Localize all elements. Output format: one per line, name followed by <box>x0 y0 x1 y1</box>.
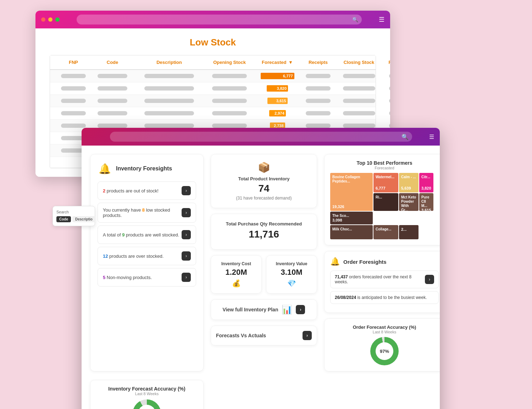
order-foresight-item-1[interactable]: 71,437 orders forecasted over the next 8… <box>330 271 439 288</box>
forecasts-label: Forecasts Vs Actuals <box>216 333 266 338</box>
col-opening-stock[interactable]: Opening Stock <box>205 60 254 65</box>
menu-icon-back[interactable]: ☰ <box>379 16 384 23</box>
order-forecast-accuracy-card: Order Forecast Accuracy (%) Last 8 Weeks… <box>324 318 440 371</box>
value-value: 3.10M <box>272 268 311 277</box>
treemap-label-1: Bovine Collagen Peptides... <box>332 175 371 184</box>
foresight-text-4: 12 products are over stocked. <box>103 253 164 259</box>
cost-value: 1.20M <box>217 268 256 277</box>
foresight-item-non-moving[interactable]: 5 Non-moving products. › <box>98 268 196 287</box>
col-receipts[interactable]: Receipts <box>300 60 336 65</box>
col-closing-stock[interactable]: Closing Stock <box>336 60 382 65</box>
window-front: 🔍 ☰ 🔔 Inventory Foresights 2 products ar… <box>82 128 440 409</box>
tag-code[interactable]: Code <box>56 216 71 222</box>
foresight-item-low-stock[interactable]: You currently have 8 low stocked product… <box>98 203 196 223</box>
treemap-cell-bovine: Bovine Collagen Peptides... 19,326 <box>330 173 373 211</box>
foresight-num-5: 5 <box>103 275 105 280</box>
forecast-accuracy-title: Inventory Forecast Accuracy (%) <box>96 386 198 392</box>
foresight-item-over-stocked[interactable]: 12 products are over stocked. › <box>98 247 196 265</box>
purchase-label: Total Purchase Qty Recommended <box>218 221 310 227</box>
treemap-value-4: 3,820 <box>421 186 431 190</box>
treemap-cell-calm: Calm - ... 5,639 <box>399 173 419 192</box>
dot-red[interactable] <box>41 17 45 22</box>
order-accuracy-title: Order Forecast Accuracy (%) <box>330 325 439 330</box>
col-forecasted[interactable]: Forecasted ▼ <box>254 60 300 65</box>
value-icon: 💎 <box>272 279 311 288</box>
bell-icon: 🔔 <box>99 163 111 175</box>
foresight-text-5: 5 Non-moving products. <box>103 275 152 280</box>
inventory-forecast-accuracy-card: Inventory Forecast Accuracy (%) Last 8 W… <box>90 380 204 409</box>
treemap-label-5: Mct Keto Powder With Gr... <box>401 195 416 211</box>
order-foresights-title: Order Foresights <box>343 259 387 265</box>
purchase-value: 11,716 <box>218 229 310 240</box>
search-sidebar: Search Code Descriptio <box>52 206 95 226</box>
table-row: 3,615 <box>50 95 376 107</box>
forecast-accuracy-sub: Last 8 Weeks <box>96 392 198 396</box>
foresight-text-2: You currently have 8 low stocked product… <box>103 207 182 218</box>
treemap-cell-extra: 2... <box>399 225 419 239</box>
treemap-cell-collage: Collage... <box>373 225 398 239</box>
treemap-label-9: Milk Choc... <box>332 227 371 231</box>
inventory-cost-card: Inventory Cost 1.20M 💰 <box>211 255 262 294</box>
bottom-row: Inventory Forecast Accuracy (%) Last 8 W… <box>82 380 440 409</box>
table-row: 3,820 <box>50 82 376 95</box>
treemap-cell-watermel: Watermel... 6,777 <box>373 173 398 192</box>
treemap-cell-mct: Mct Keto Powder With Gr... 10,787 <box>399 193 419 211</box>
treemap-cell-ri: Ri... <box>373 193 398 211</box>
order-donut-value: 97% <box>380 349 389 354</box>
cost-label: Inventory Cost <box>217 261 256 266</box>
dot-yellow[interactable] <box>48 17 52 22</box>
col-description[interactable]: Description <box>134 60 205 65</box>
table-row: 2,974 <box>50 107 376 120</box>
col-code[interactable]: Code <box>91 60 134 65</box>
treemap-cell-citr: Citr... 3,820 <box>419 173 433 192</box>
treemap-cell-milkchoc: Milk Choc... <box>330 225 373 239</box>
inventory-value-card: Inventory Value 3.10M 💎 <box>266 255 317 294</box>
foresight-item-out-of-stock[interactable]: 2 products are out of stock! › <box>98 181 196 200</box>
treemap-value-1: 19,326 <box>332 204 371 209</box>
order-foresights-card: 🔔 Order Foresights 71,437 orders forecas… <box>324 251 440 313</box>
foresight-arrow-5[interactable]: › <box>182 273 191 282</box>
forecasts-arrow[interactable]: › <box>303 331 312 340</box>
foresights-header: 🔔 Inventory Foresights <box>98 162 196 176</box>
foresight-text-1: 2 products are out of stock! <box>103 188 159 193</box>
top-performers-title: Top 10 Best Performers <box>330 160 439 166</box>
order-accuracy-sub: Last 8 Weeks <box>330 330 439 334</box>
foresight-num-2: 8 <box>142 207 145 213</box>
table-row: 6,777 <box>50 70 376 82</box>
search-icon: 🔍 <box>352 17 358 22</box>
treemap-label-7: The Sco... <box>332 214 371 218</box>
view-inventory-plan-button[interactable]: View full Inventory Plan 📊 › <box>211 299 317 320</box>
foresight-arrow-4[interactable]: › <box>182 251 191 261</box>
right-col: Top 10 Best Performers Forecasted Bovine… <box>324 154 440 371</box>
search-bar-front[interactable]: 🔍 <box>110 132 412 142</box>
inventory-icon: 📦 <box>218 162 310 173</box>
order-donut-chart: 97% <box>370 337 399 365</box>
view-plan-label: View full Inventory Plan <box>223 307 278 312</box>
treemap-label-4: Citr... <box>421 175 431 179</box>
treemap-label-8: Ri... <box>376 195 396 200</box>
col-fnp[interactable]: FNP <box>56 60 91 65</box>
dot-green[interactable] <box>55 17 60 22</box>
foresight-num-3: 9 <box>122 232 124 238</box>
plan-icon: 📊 <box>282 305 292 315</box>
foresight-arrow-3[interactable]: › <box>182 230 191 239</box>
foresight-num-4: 12 <box>103 253 108 259</box>
search-bar-back[interactable]: 🔍 <box>77 15 362 24</box>
menu-icon-front[interactable]: ☰ <box>429 133 434 140</box>
treemap: Bovine Collagen Peptides... 19,326 Water… <box>330 173 439 224</box>
search-sidebar-label: Search <box>56 210 91 214</box>
inventory-foresights-card: 🔔 Inventory Foresights 2 products are ou… <box>90 154 204 371</box>
treemap-label-6: Pure C8 M... <box>421 195 431 208</box>
table-header: FNP Code Description Opening Stock Forec… <box>50 55 376 70</box>
order-arrow-1[interactable]: › <box>425 275 434 284</box>
col-recommended[interactable]: Recommended <box>382 60 390 65</box>
tag-description[interactable]: Descriptio <box>72 216 95 222</box>
foresight-item-well-stocked[interactable]: A total of 9 products are well stocked. … <box>98 225 196 244</box>
foresight-arrow-2[interactable]: › <box>182 208 191 217</box>
treemap-label-10: Collage... <box>376 227 396 231</box>
order-item-text-2: 26/08/2024 is anticipated to be the busi… <box>335 295 434 300</box>
view-plan-arrow[interactable]: › <box>296 305 305 314</box>
foresight-arrow-1[interactable]: › <box>182 186 191 195</box>
forecasts-vs-actuals-button[interactable]: Forecasts Vs Actuals › <box>211 326 317 345</box>
treemap-value-2: 6,777 <box>376 186 396 190</box>
